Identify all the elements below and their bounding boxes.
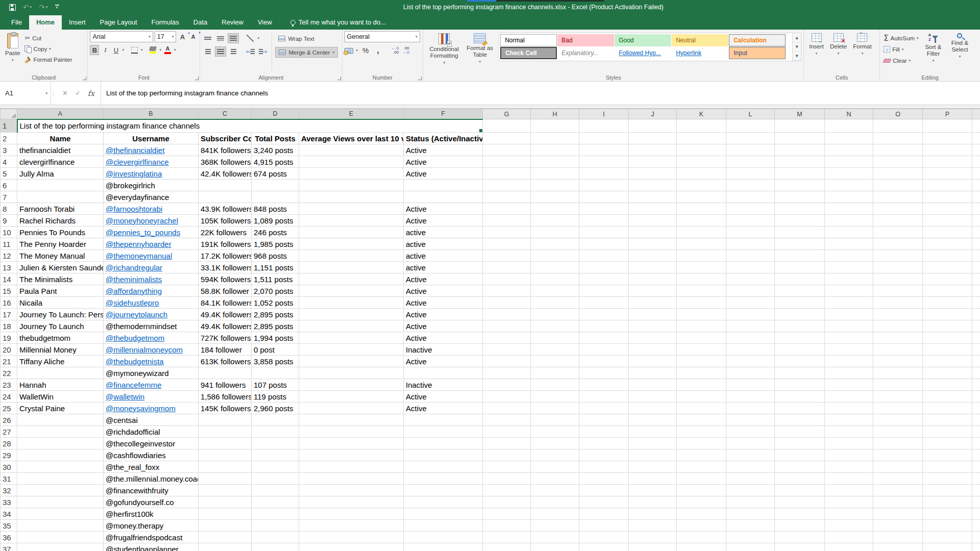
username-hyperlink[interactable]: @pennies_to_pounds [106,228,180,237]
cell[interactable] [629,473,677,485]
cell[interactable] [629,485,677,496]
cell[interactable] [483,403,531,414]
row-header-17[interactable]: 17 [1,309,17,320]
cell-A26[interactable] [17,414,104,426]
cell[interactable] [825,297,873,309]
cell-F27[interactable] [404,426,483,438]
cell[interactable] [531,273,579,285]
row-header-21[interactable]: 21 [1,356,17,367]
cell[interactable] [629,496,677,508]
cell-E22[interactable] [299,367,404,379]
cell[interactable] [629,119,677,133]
cell-E27[interactable] [299,426,404,438]
cell-E32[interactable] [299,485,404,496]
cell[interactable] [531,133,579,144]
cell[interactable] [483,119,531,133]
cell[interactable] [579,250,629,262]
cell-D22[interactable] [252,367,299,379]
cell-F20[interactable]: Inactive [404,344,483,356]
cell[interactable] [531,250,579,262]
cell-A8[interactable]: Farnoosh Torabi [17,203,104,215]
cell[interactable] [483,496,531,508]
cell-D8[interactable]: 848 posts [252,203,299,215]
cell[interactable] [873,520,923,532]
cell[interactable] [825,356,873,367]
row-header-26[interactable]: 26 [1,414,17,426]
cell[interactable] [873,332,923,344]
italic-button[interactable]: I [101,45,110,55]
formula-input[interactable]: List of the top performing instagram fin… [101,82,980,105]
cell[interactable] [677,309,726,320]
comma-style-button[interactable]: , [373,45,382,56]
cell[interactable] [726,426,775,438]
cell[interactable] [677,250,726,262]
cell-A34[interactable] [17,508,104,520]
top-align-button[interactable] [202,33,213,43]
cell-A23[interactable]: Hannah [17,379,104,391]
cell-C36[interactable] [199,532,252,543]
cell[interactable] [483,156,531,168]
cell[interactable] [677,485,726,496]
cell-A6[interactable] [17,180,104,191]
cell[interactable] [677,168,726,180]
row-header-32[interactable]: 32 [1,485,17,496]
cell[interactable] [873,473,923,485]
row-header-28[interactable]: 28 [1,438,17,449]
cell[interactable] [726,473,775,485]
cell[interactable] [923,156,972,168]
cell[interactable] [531,520,579,532]
cell-C37[interactable] [199,543,252,551]
cell-F21[interactable]: Active [404,356,483,367]
username-hyperlink[interactable]: @financefemme [106,381,161,389]
cell[interactable] [825,508,873,520]
row-header-33[interactable]: 33 [1,496,17,508]
paste-dropdown-arrow[interactable]: ▾ [12,58,14,62]
cell-E9[interactable] [299,215,404,227]
cell[interactable] [531,461,579,473]
cell[interactable] [629,168,677,180]
borders-dropdown-arrow[interactable]: ▾ [141,48,143,52]
row-header-31[interactable]: 31 [1,473,17,485]
cell[interactable] [677,262,726,273]
cell[interactable] [775,203,825,215]
font-color-dropdown-arrow[interactable]: ▾ [174,48,176,52]
sort-filter-button[interactable]: AZ Sort & Filter ▾ [920,31,946,73]
cell[interactable] [531,227,579,238]
cell[interactable] [629,426,677,438]
cell-B35[interactable]: @money.therapy [104,520,199,532]
cell[interactable] [923,320,972,332]
cell-F4[interactable]: Active [404,156,483,168]
row-header-2[interactable]: 2 [1,133,17,144]
cell[interactable] [629,520,677,532]
cell-D20[interactable]: 0 post [252,344,299,356]
cell-D2[interactable]: Total Posts [252,133,299,144]
cell-F15[interactable]: Active [404,285,483,297]
column-header-O[interactable]: O [873,109,923,119]
cell[interactable] [726,532,775,543]
username-hyperlink[interactable]: @richandregular [106,263,162,272]
cell[interactable] [775,496,825,508]
customize-quick-access-toolbar-icon[interactable]: ▾ [55,5,59,10]
cell-C10[interactable]: 22K followers [199,227,252,238]
cell[interactable] [483,191,531,203]
cell-E7[interactable] [299,191,404,203]
cell[interactable] [483,367,531,379]
cell[interactable] [579,543,629,551]
column-header-H[interactable]: H [531,109,579,119]
cell[interactable] [579,168,629,180]
cell-E23[interactable] [299,379,404,391]
cell[interactable] [726,403,775,414]
cell[interactable] [579,532,629,543]
cell-A2[interactable]: Name [17,133,104,144]
increase-decimal-button[interactable]: ←.0 .00 [391,46,399,55]
cell[interactable] [677,238,726,250]
cell[interactable] [531,414,579,426]
row-header-24[interactable]: 24 [1,391,17,403]
format-as-table-button[interactable]: Format as Table ▾ [463,31,497,73]
cell-B7[interactable]: @everydayfinance [104,191,199,203]
cell[interactable] [873,297,923,309]
cell[interactable] [677,520,726,532]
cell-D29[interactable] [252,449,299,461]
cell-A36[interactable] [17,532,104,543]
cell[interactable] [923,309,972,320]
